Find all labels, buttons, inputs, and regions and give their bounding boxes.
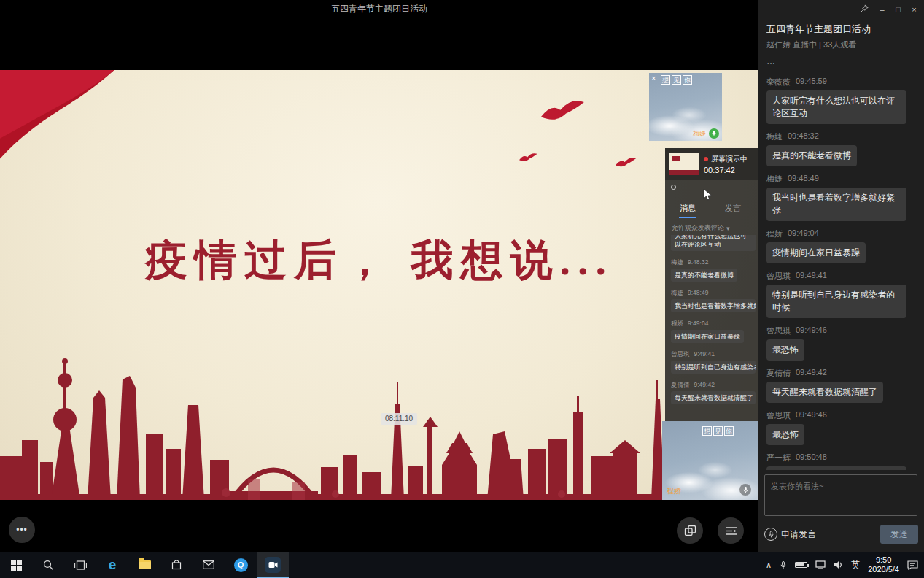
message-text: 最恐怖 — [766, 424, 804, 445]
chat-message: 夏倩倩 09:49:42 每天醒来就看数据就清醒了 — [766, 368, 917, 403]
share-info: 屏幕演示中 00:37:42 — [704, 154, 748, 174]
message-text: 特别是听到自己身边有感染者的时候 — [671, 361, 756, 374]
chat-message: 曾思琪 09:49:46 最恐怖 — [766, 410, 917, 445]
message-text: 每天醒来就看数据就清醒了 — [766, 382, 883, 403]
close-icon[interactable]: × — [651, 74, 656, 82]
network-icon[interactable] — [815, 560, 826, 569]
live-meeting-app-icon[interactable] — [257, 552, 289, 578]
chat-overlay-panel[interactable]: 消息 发言 允许观众发表评论 ▾ 大家听完有什么想法也可以在评论区互动 — [665, 180, 758, 422]
participant-video-bottom[interactable]: 想 见 你 程娇 — [662, 421, 758, 500]
host-status-line: 赵仁婧 直播中 | 33人观看 — [766, 39, 856, 50]
sent-time: 09:49:46 — [796, 325, 827, 336]
tray-mic-icon[interactable] — [780, 560, 787, 570]
task-view-button[interactable] — [64, 552, 96, 578]
sender-name: 夏倩倩 — [671, 381, 690, 390]
overlay-chat-message: 夏倩倩 9:49:42 每天醒来就看数据就清醒了 — [671, 381, 757, 407]
sent-time: 09:49:41 — [796, 271, 827, 282]
share-status-label: 屏幕演示中 — [711, 154, 748, 164]
chat-message: 梅婕 09:48:49 我当时也是看着数字增多就好紧张 — [766, 174, 917, 221]
video-watermark: 想 见 你 — [661, 75, 692, 85]
app-window: 五四青年节主题团日活动 疫情过后， 我想说... — [0, 0, 924, 578]
edge-browser-icon[interactable]: e — [96, 552, 128, 578]
sender-name: 梅婕 — [766, 131, 783, 142]
message-text: 我当时也是看着数字增多就好紧张 — [766, 188, 906, 221]
overlay-chat-message: 梅婕 9:48:32 是真的不能老看微博 — [671, 258, 757, 285]
allow-comments-label: 允许观众发表评论 — [672, 223, 724, 233]
watermark-char: 你 — [724, 426, 734, 436]
search-icon[interactable] — [32, 552, 64, 578]
sidebar-message-list[interactable]: … 栾薇薇 09:45:59 大家听完有什么想法也可以在评论区互动 梅婕 09:… — [766, 61, 917, 470]
request-speak-label: 申请发言 — [781, 528, 816, 541]
overlay-chat-message: 大家听完有什么想法也可以在评论区互动 — [671, 235, 757, 254]
comment-input[interactable] — [764, 474, 917, 516]
hidden-icons-chevron[interactable]: ∧ — [766, 560, 772, 570]
allow-comments-control[interactable]: 允许观众发表评论 ▾ — [672, 223, 730, 233]
flag-decoration — [0, 70, 154, 177]
start-button[interactable] — [0, 552, 32, 578]
city-skyline — [0, 310, 758, 500]
request-speak-button[interactable]: 申请发言 — [764, 528, 816, 541]
timestamp-chip: 08:11.10 — [381, 413, 417, 425]
sent-time: 9:49:42 — [694, 381, 715, 390]
screen-share-panel[interactable]: 屏幕演示中 00:37:42 — [665, 148, 758, 180]
sender-name: 梅婕 — [766, 174, 783, 185]
more-options-button[interactable]: ••• — [9, 517, 35, 543]
presentation-slide: 疫情过后， 我想说... — [0, 70, 758, 500]
chat-message: 曾思琪 09:49:41 特别是听到自己身边有感染者的时候 — [766, 271, 917, 318]
message-text: 大家听完有什么想法也可以在评论区互动 — [766, 90, 906, 124]
action-center-icon[interactable] — [907, 560, 918, 570]
close-button[interactable]: × — [909, 4, 920, 15]
bird-icon — [616, 156, 637, 172]
message-text: 是真的不能老看微博 — [766, 145, 857, 166]
sender-name: 曾思琪 — [766, 325, 791, 336]
taskbar-clock[interactable]: 9:50 2020/5/4 — [868, 555, 899, 574]
sent-time: 9:48:49 — [688, 289, 708, 298]
share-thumbnail — [669, 153, 699, 175]
record-ring-icon — [671, 185, 676, 190]
overlay-chat-message: 梅婕 9:48:49 我当时也是看着数字增多就好紧张 — [671, 289, 757, 315]
sent-time: 09:45:59 — [796, 77, 827, 88]
message-text: 疫情期间在家日益暴躁 — [671, 330, 744, 343]
overlay-message-list[interactable]: 大家听完有什么想法也可以在评论区互动 梅婕 9:48:32 是真的不能老看微博 … — [671, 235, 757, 419]
recording-dot-icon — [704, 157, 708, 161]
store-icon[interactable] — [160, 552, 193, 578]
sent-time: 09:49:04 — [788, 228, 819, 239]
chat-message: 曾思琪 09:49:46 最恐怖 — [766, 325, 917, 361]
caret-down-icon: ▾ — [726, 225, 730, 232]
language-indicator[interactable]: 英 — [851, 559, 860, 571]
browser-q-icon[interactable]: Q — [225, 552, 257, 578]
volume-icon[interactable] — [834, 560, 843, 569]
overlay-tabs: 消息 发言 — [665, 203, 758, 217]
chat-message: 严一辉 09:50:48 五四争做新青年，敢为人先追求卓越 — [766, 452, 917, 470]
message-text: 是真的不能老看微博 — [671, 269, 737, 282]
battery-icon[interactable] — [795, 562, 807, 568]
sender-name: 梅婕 — [671, 258, 683, 267]
file-explorer-icon[interactable] — [128, 552, 160, 578]
minimize-button[interactable]: – — [877, 4, 888, 15]
sender-name: 曾思琪 — [766, 410, 791, 421]
clock-time: 9:50 — [868, 555, 899, 565]
sent-time: 9:49:04 — [688, 320, 708, 328]
participant-name: 程娇 — [667, 486, 681, 496]
message-list-button[interactable] — [718, 517, 744, 544]
message-text: … — [766, 61, 775, 69]
main-stage: 五四青年节主题团日活动 疫情过后， 我想说... — [0, 0, 758, 552]
watermark-char: 你 — [683, 75, 692, 85]
participant-video-top[interactable]: × 想 见 你 梅婕 — [649, 73, 722, 141]
tab-speak[interactable]: 发言 — [725, 203, 741, 217]
message-text: 疫情期间在家日益暴躁 — [766, 242, 866, 263]
sidebar-title: 五四青年节主题团日活动 — [766, 23, 871, 36]
send-button[interactable]: 发送 — [880, 525, 918, 544]
maximize-button[interactable]: □ — [893, 4, 904, 15]
taskbar-apps: e Q — [0, 552, 289, 578]
mic-request-icon — [764, 528, 777, 541]
pin-icon[interactable] — [861, 4, 871, 15]
sender-name: 梅婕 — [671, 289, 683, 298]
message-text: 特别是听到自己身边有感染者的时候 — [766, 285, 906, 318]
message-text: 五四争做新青年，敢为人先追求卓越 — [766, 466, 906, 470]
sender-name: 栾薇薇 — [766, 77, 791, 88]
mail-icon[interactable] — [193, 552, 225, 578]
message-text: 我当时也是看着数字增多就好紧张 — [671, 299, 756, 312]
tab-messages[interactable]: 消息 — [680, 203, 696, 217]
layout-switch-button[interactable] — [677, 517, 703, 544]
